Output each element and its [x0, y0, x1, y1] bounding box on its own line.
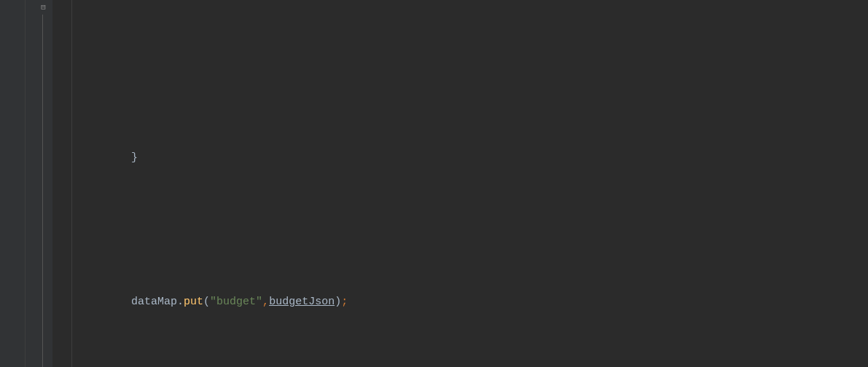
- fold-collapse-icon[interactable]: ⊟: [39, 3, 48, 12]
- brace-close: }: [131, 151, 138, 164]
- string-literal: "budget": [210, 296, 262, 308]
- line-number-gutter: [0, 0, 36, 367]
- method-put: put: [184, 296, 203, 308]
- ident-dataMap: dataMap: [131, 296, 177, 308]
- fold-gutter: ⊟: [36, 0, 52, 367]
- arg-budgetJson: budgetJson: [269, 296, 335, 308]
- code-editor[interactable]: } dataMap.put("budget",budgetJson); data…: [52, 0, 868, 367]
- fold-line: [42, 15, 43, 367]
